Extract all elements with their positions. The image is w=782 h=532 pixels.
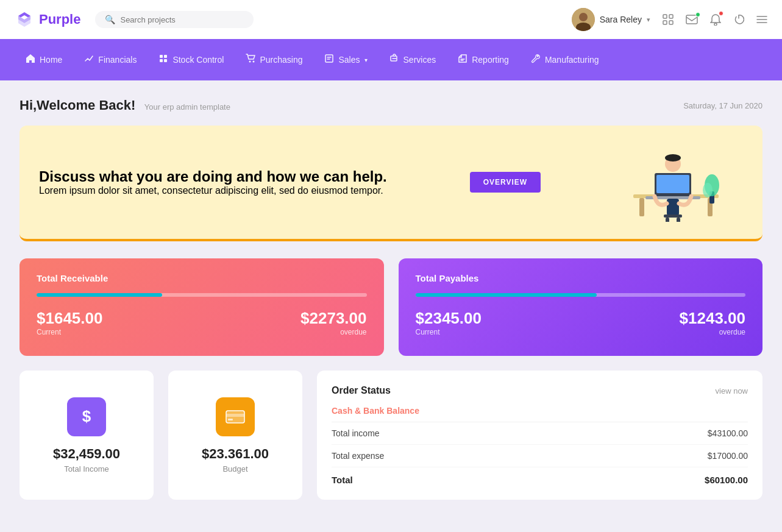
svg-rect-31 — [677, 218, 680, 222]
sales-icon — [324, 54, 334, 66]
receivable-card: Total Receivable $1645.00 Current $2273.… — [20, 258, 384, 356]
payables-card: Total Payables $2345.00 Current $1243.00… — [399, 258, 763, 356]
order-table-header: Cash & Bank Balance — [332, 406, 748, 422]
banner-content: Discuss what you are doing and how we ca… — [39, 168, 387, 196]
stats-row: Total Receivable $1645.00 Current $2273.… — [20, 258, 762, 356]
svg-rect-11 — [160, 59, 163, 62]
welcome-title: Hi,Welcome Back! — [20, 98, 135, 113]
svg-rect-21 — [656, 175, 689, 193]
purchasing-icon — [246, 54, 255, 66]
financials-icon — [84, 54, 94, 66]
svg-rect-10 — [164, 55, 167, 58]
receivable-overdue-amount: $2273.00 — [300, 309, 366, 328]
search-input[interactable] — [120, 15, 244, 24]
receivable-current: $1645.00 Current — [37, 309, 102, 336]
expand-icon[interactable] — [663, 14, 674, 25]
order-status-title: Order Status — [332, 385, 391, 396]
nav-label-manufacturing: Manufacturing — [545, 55, 599, 65]
svg-rect-35 — [228, 419, 233, 420]
nav-label-stock: Stock Control — [172, 55, 224, 65]
svg-rect-6 — [669, 21, 673, 24]
manufacturing-icon — [531, 54, 541, 66]
nav-label-reporting: Reporting — [472, 55, 509, 65]
nav-item-sales[interactable]: Sales ▾ — [313, 39, 378, 80]
svg-rect-30 — [666, 218, 669, 222]
nav-label-services: Services — [403, 55, 436, 65]
income-row-key: Total income — [332, 428, 380, 438]
budget-label: Budget — [222, 464, 247, 473]
svg-point-8 — [714, 23, 717, 26]
user-area[interactable]: Sara Reley ▾ — [572, 8, 650, 31]
svg-rect-18 — [639, 198, 644, 216]
power-icon[interactable] — [733, 14, 744, 25]
stock-icon — [158, 54, 168, 66]
nav-label-sales: Sales — [338, 55, 360, 65]
nav-label-purchasing: Purchasing — [260, 55, 302, 65]
nav-item-home[interactable]: Home — [15, 39, 73, 80]
nav-item-stock[interactable]: Stock Control — [148, 39, 235, 80]
overview-button[interactable]: overview — [470, 172, 541, 193]
income-card: $ $32,459.00 Total Income — [20, 371, 154, 500]
expense-row-val: $17000.00 — [708, 451, 748, 461]
avatar — [572, 8, 595, 31]
svg-rect-12 — [164, 59, 167, 62]
receivable-progress-bg — [37, 293, 367, 297]
header: Purple 🔍 Sara Reley ▾ — [0, 0, 782, 39]
logo-text: Purple — [39, 12, 80, 27]
svg-rect-3 — [663, 15, 667, 18]
banner: Discuss what you are doing and how we ca… — [20, 126, 762, 241]
bottom-row: $ $32,459.00 Total Income $23.361.00 Bud… — [20, 371, 762, 500]
payables-current-label: Current — [416, 328, 482, 336]
svg-point-25 — [665, 154, 681, 161]
svg-rect-9 — [160, 55, 163, 58]
banner-heading: Discuss what you are doing and how we ca… — [39, 168, 387, 185]
order-table: Cash & Bank Balance Total income $43100.… — [332, 406, 748, 485]
list-icon[interactable] — [756, 15, 767, 24]
logo-area: Purple — [15, 10, 80, 29]
sales-dropdown-icon: ▾ — [364, 57, 368, 63]
income-icon-box: $ — [67, 397, 106, 436]
dollar-icon: $ — [82, 407, 91, 426]
payables-current: $2345.00 Current — [416, 309, 482, 336]
nav-label-home: Home — [40, 55, 62, 65]
order-total-row: Total $60100.00 — [332, 467, 748, 485]
banner-illustration — [609, 143, 743, 222]
mail-icon[interactable] — [686, 15, 698, 24]
svg-rect-7 — [686, 15, 697, 24]
svg-point-1 — [579, 13, 588, 21]
payables-overdue-label: overdue — [680, 328, 745, 336]
nav-label-financials: Financials — [98, 55, 137, 65]
total-key: Total — [332, 475, 353, 485]
income-row-val: $43100.00 — [708, 428, 748, 438]
income-label: Total Income — [64, 464, 109, 473]
order-row-expense: Total expense $17000.00 — [332, 445, 748, 467]
nav-item-services[interactable]: Services — [379, 39, 447, 80]
user-name: Sara Reley — [600, 15, 642, 24]
svg-point-28 — [703, 183, 713, 197]
receivable-current-amount: $1645.00 — [37, 309, 102, 328]
search-area[interactable]: 🔍 — [95, 11, 254, 28]
order-status-card: Order Status view now Cash & Bank Balanc… — [317, 371, 762, 500]
budget-amount: $23.361.00 — [202, 446, 269, 462]
main-nav: Home Financials Stock Control Purchasing… — [0, 39, 782, 80]
receivable-title: Total Receivable — [37, 273, 367, 283]
bell-icon[interactable] — [710, 13, 721, 26]
svg-rect-5 — [663, 21, 667, 24]
view-now-link[interactable]: view now — [716, 386, 748, 395]
payables-progress-fill — [416, 293, 597, 297]
nav-item-reporting[interactable]: Reporting — [447, 39, 520, 80]
nav-item-manufacturing[interactable]: Manufacturing — [520, 39, 610, 80]
receivable-progress-fill — [37, 293, 162, 297]
payables-overdue: $1243.00 overdue — [680, 309, 745, 336]
date-text: Saturday, 17 Jun 2020 — [683, 101, 762, 110]
nav-item-financials[interactable]: Financials — [73, 39, 148, 80]
svg-point-13 — [249, 61, 251, 63]
budget-icon-box — [216, 397, 255, 436]
receivable-values: $1645.00 Current $2273.00 overdue — [37, 309, 367, 336]
receivable-overdue-label: overdue — [300, 328, 366, 336]
search-icon: 🔍 — [105, 15, 115, 24]
payables-current-amount: $2345.00 — [416, 309, 482, 328]
svg-rect-34 — [226, 414, 244, 417]
nav-item-purchasing[interactable]: Purchasing — [235, 39, 313, 80]
svg-rect-15 — [325, 55, 333, 62]
